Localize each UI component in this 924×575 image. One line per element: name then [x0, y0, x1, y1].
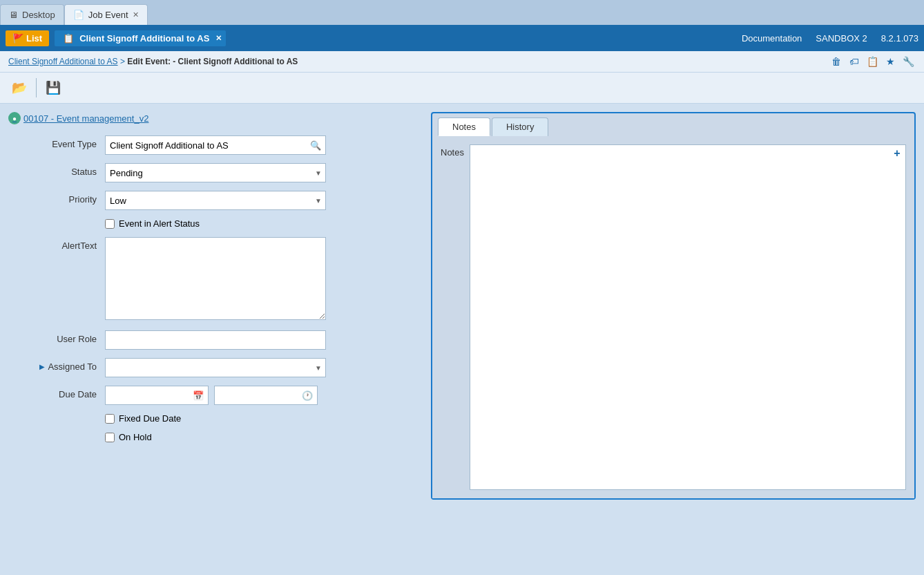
due-date-label: Due Date [8, 386, 105, 399]
tab-desktop-label: Desktop [22, 10, 55, 20]
on-hold-row: On Hold [8, 432, 423, 442]
list-flag-icon: 🚩 [12, 33, 23, 44]
priority-select-wrapper: Low Medium High [105, 191, 326, 210]
assigned-to-select-wrapper [105, 358, 326, 377]
priority-row: Priority Low Medium High [8, 191, 423, 210]
assigned-to-label: ▶ Assigned To [8, 358, 105, 372]
job-event-icon: 📄 [73, 10, 84, 20]
alert-text-label: AlertText [8, 237, 105, 251]
assigned-to-wrapper [105, 358, 423, 377]
main-content: ● 00107 - Event management_v2 Event Type… [0, 104, 924, 508]
calendar-icon[interactable]: 📅 [193, 390, 204, 401]
event-type-value: Client Signoff Additional to AS [110, 140, 229, 151]
tab-close-button[interactable]: ✕ [133, 10, 139, 19]
breadcrumb: Client Signoff Additional to AS > Edit E… [0, 51, 924, 73]
breadcrumb-current: Edit Event: - Client Signoff Additional … [127, 57, 298, 66]
action-toolbar: 📂 💾 [0, 73, 924, 104]
version-label: 8.2.1.073 [881, 33, 918, 44]
user-role-input[interactable] [105, 330, 326, 350]
priority-label: Priority [8, 191, 105, 205]
record-link[interactable]: ● 00107 - Event management_v2 [8, 112, 423, 124]
assigned-to-row: ▶ Assigned To [8, 358, 423, 377]
tab-history-label: History [506, 122, 534, 132]
record-link-text: 00107 - Event management_v2 [23, 113, 148, 124]
fixed-due-date-row: Fixed Due Date [8, 413, 423, 424]
notes-header-row: Notes + [441, 144, 906, 490]
alert-status-row: Event in Alert Status [8, 218, 423, 229]
save-button[interactable]: 💾 [42, 77, 64, 99]
event-type-label: Event Type [8, 135, 105, 149]
tab-job-event-label: Job Event [88, 10, 128, 20]
status-wrapper: Pending Active Closed On Hold [105, 163, 423, 182]
breadcrumb-icon-4[interactable]: ★ [883, 54, 898, 69]
user-role-label: User Role [8, 330, 105, 344]
active-tab-indicator: 📋 Client Signoff Additional to AS ✕ [55, 30, 226, 46]
due-date-row: Due Date 📅 🕐 [8, 386, 423, 405]
open-button[interactable]: 📂 [8, 77, 30, 99]
record-icon: ● [8, 112, 21, 124]
alert-text-wrapper [105, 237, 423, 322]
tab-notes-label: Notes [452, 122, 476, 132]
active-tab-icon: 📋 [63, 33, 74, 44]
status-label: Status [8, 163, 105, 177]
list-button-label: List [26, 33, 42, 44]
on-hold-label: On Hold [119, 432, 152, 442]
assigned-to-select[interactable] [105, 358, 326, 377]
breadcrumb-icon-1[interactable]: 🗑 [829, 54, 844, 69]
event-type-input[interactable]: Client Signoff Additional to AS 🔍 [105, 135, 326, 155]
toolbar-divider [36, 78, 37, 97]
user-role-row: User Role [8, 330, 423, 350]
notes-add-button[interactable]: + [890, 147, 904, 160]
right-panel: Notes History Notes + [431, 112, 916, 500]
due-date-wrapper: 📅 🕐 [105, 386, 423, 405]
tab-job-event[interactable]: 📄 Job Event ✕ [64, 4, 148, 25]
notes-field-label: Notes [441, 144, 464, 158]
due-date-calendar-input[interactable]: 📅 [105, 386, 209, 405]
user-role-wrapper [105, 330, 423, 350]
alert-status-label: Event in Alert Status [119, 218, 200, 229]
desktop-icon: 🖥 [9, 10, 18, 20]
event-type-wrapper: Client Signoff Additional to AS 🔍 [105, 135, 423, 155]
fixed-due-date-checkbox[interactable] [105, 414, 115, 424]
sandbox-label: SANDBOX 2 [816, 33, 867, 44]
priority-wrapper: Low Medium High [105, 191, 423, 210]
alert-text-input[interactable] [105, 237, 326, 320]
due-time-input[interactable]: 🕐 [214, 386, 318, 405]
breadcrumb-separator: > [120, 57, 127, 66]
list-button[interactable]: 🚩 List [6, 30, 49, 46]
assigned-to-arrow-icon[interactable]: ▶ [39, 363, 45, 370]
tab-desktop[interactable]: 🖥 Desktop [0, 4, 64, 25]
tab-history[interactable]: History [492, 117, 548, 136]
breadcrumb-icon-3[interactable]: 📋 [865, 54, 880, 69]
assigned-to-label-text: Assigned To [48, 361, 97, 372]
priority-select[interactable]: Low Medium High [105, 191, 326, 210]
event-type-row: Event Type Client Signoff Additional to … [8, 135, 423, 155]
alert-status-checkbox[interactable] [105, 219, 115, 229]
tab-notes[interactable]: Notes [438, 117, 490, 136]
documentation-link[interactable]: Documentation [742, 33, 802, 44]
fixed-due-date-label: Fixed Due Date [119, 413, 181, 424]
notes-input-area[interactable]: + [470, 144, 906, 490]
active-tab-close[interactable]: ✕ [215, 34, 222, 43]
alert-text-row: AlertText [8, 237, 423, 322]
status-select[interactable]: Pending Active Closed On Hold [105, 163, 326, 182]
tabs-header: Notes History [432, 113, 914, 136]
breadcrumb-icon-5[interactable]: 🔧 [901, 54, 916, 69]
active-tab-text: Client Signoff Additional to AS [79, 33, 209, 44]
on-hold-checkbox[interactable] [105, 433, 115, 442]
tab-content-notes: Notes + [432, 136, 914, 498]
breadcrumb-icon-2[interactable]: 🏷 [847, 54, 862, 69]
breadcrumb-link[interactable]: Client Signoff Additional to AS [8, 57, 118, 66]
due-date-fields: 📅 🕐 [105, 386, 423, 405]
notes-section: Notes + [441, 144, 906, 490]
left-panel: ● 00107 - Event management_v2 Event Type… [8, 112, 423, 500]
event-type-search-icon[interactable]: 🔍 [310, 140, 321, 151]
clock-icon[interactable]: 🕐 [302, 390, 313, 401]
status-row: Status Pending Active Closed On Hold [8, 163, 423, 182]
status-select-wrapper: Pending Active Closed On Hold [105, 163, 326, 182]
